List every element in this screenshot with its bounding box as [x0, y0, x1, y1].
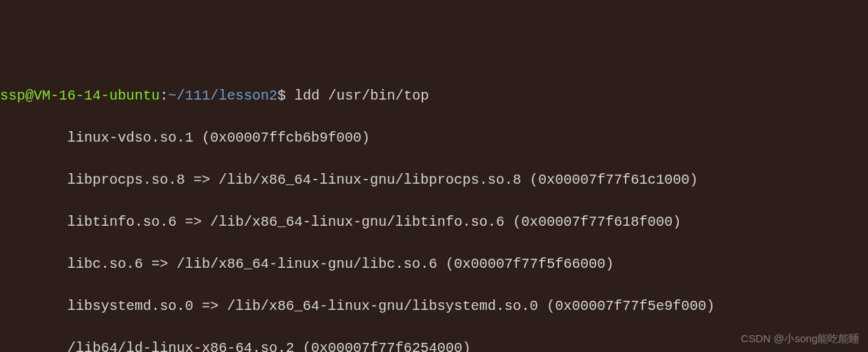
prompt-user-host: ssp@VM-16-14-ubuntu: [0, 88, 160, 104]
prompt-path: ~/111/lesson2: [168, 88, 277, 104]
prompt-colon: :: [160, 88, 168, 104]
output-line: libtinfo.so.6 => /lib/x86_64-linux-gnu/l…: [0, 212, 868, 233]
prompt-line-1[interactable]: ssp@VM-16-14-ubuntu:~/111/lesson2$ ldd /…: [0, 86, 868, 107]
command-text: [286, 88, 294, 104]
output-line: libc.so.6 => /lib/x86_64-linux-gnu/libc.…: [0, 254, 868, 275]
output-line: /lib64/ld-linux-x86-64.so.2 (0x00007f77f…: [0, 338, 868, 352]
output-line: libsystemd.so.0 => /lib/x86_64-linux-gnu…: [0, 296, 868, 317]
watermark-text: CSDN @小song能吃能睡: [741, 331, 860, 347]
output-line: linux-vdso.so.1 (0x00007ffcb6b9f000): [0, 128, 868, 149]
command-text: ldd /usr/bin/top: [294, 88, 429, 104]
prompt-dollar: $: [277, 88, 286, 104]
output-line: libprocps.so.8 => /lib/x86_64-linux-gnu/…: [0, 170, 868, 191]
